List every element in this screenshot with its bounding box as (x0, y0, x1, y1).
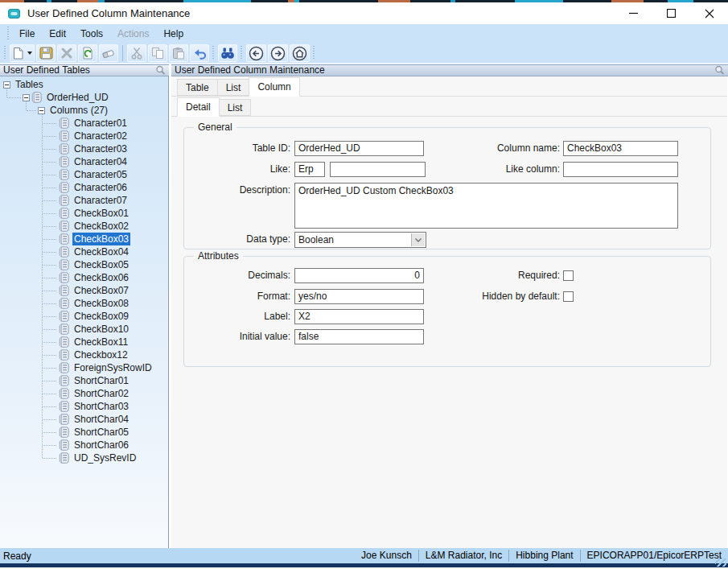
required-checkbox[interactable] (563, 270, 574, 281)
tree-item-ud-sysrevid[interactable]: UD_SysRevID (0, 451, 168, 464)
column-doc-icon (59, 195, 69, 206)
initial-value-field[interactable]: false (294, 329, 424, 344)
close-button[interactable] (690, 2, 728, 24)
menu-edit[interactable]: Edit (42, 24, 73, 43)
column-doc-icon (59, 182, 69, 193)
column-doc-icon (59, 349, 69, 361)
data-type-select[interactable]: Boolean (294, 232, 426, 248)
home-button[interactable] (290, 44, 310, 62)
panel-headers: User Defined Tables User Defined Column … (0, 64, 728, 76)
column-doc-icon (31, 92, 42, 103)
tree-item-checkbox10[interactable]: CheckBox10 (0, 323, 168, 336)
tab-column[interactable]: Column (249, 77, 299, 97)
new-button[interactable] (10, 44, 35, 62)
tree-item-character06[interactable]: Character06 (0, 181, 168, 194)
tree-item-label: ShortChar06 (72, 439, 130, 451)
tree-item-checkbox07[interactable]: CheckBox07 (0, 284, 168, 297)
save-button[interactable] (36, 44, 56, 62)
tree-item-label: Columns (27) (48, 104, 109, 117)
hidden-by-default-checkbox[interactable] (563, 291, 574, 302)
like-prefix-field[interactable]: Erp (294, 162, 325, 177)
tree-item-label: CheckBox04 (72, 245, 130, 258)
maximize-button[interactable] (652, 2, 690, 24)
new-dropdown-arrow-icon[interactable] (27, 52, 32, 55)
toolbar-grip-handle[interactable] (240, 46, 244, 60)
undo-button[interactable] (190, 44, 209, 62)
tree-item-shortchar01[interactable]: ShortChar01 (0, 374, 168, 387)
menu-tools[interactable]: Tools (73, 24, 110, 43)
label-field[interactable]: X2 (294, 309, 424, 324)
column-doc-icon (59, 336, 69, 348)
tree-item-checkbox03[interactable]: CheckBox03 (0, 233, 168, 245)
menu-help[interactable]: Help (156, 24, 191, 43)
tree-item-checkbox08[interactable]: CheckBox08 (0, 297, 168, 310)
column-maintenance-panel: TableListColumn DetailList General Table… (171, 76, 727, 548)
like-field[interactable] (330, 162, 426, 177)
column-doc-icon (59, 362, 69, 373)
tree-item-shortchar04[interactable]: ShortChar04 (0, 413, 168, 426)
tree-item-label: Character06 (72, 181, 129, 194)
tree-item-character01[interactable]: Character01 (0, 117, 168, 130)
tree-item-orderhed-ud[interactable]: OrderHed_UD (0, 91, 168, 104)
collapse-icon[interactable] (38, 107, 45, 114)
tab-table[interactable]: Table (177, 79, 218, 96)
tree-item-shortchar03[interactable]: ShortChar03 (0, 400, 168, 413)
tree-item-character03[interactable]: Character03 (0, 142, 168, 155)
tab-list[interactable]: List (217, 79, 250, 96)
tree-item-label: CheckBox07 (72, 284, 130, 297)
pin-search-icon[interactable] (155, 65, 166, 76)
tree-item-shortchar06[interactable]: ShortChar06 (0, 439, 168, 451)
tree-item-label: ShortChar04 (72, 413, 130, 426)
tree-item-checkbox04[interactable]: CheckBox04 (0, 245, 168, 258)
menu-grip-handle[interactable] (6, 27, 10, 41)
find-button[interactable] (218, 44, 237, 62)
tree-item-character02[interactable]: Character02 (0, 130, 168, 142)
subtab-detail[interactable]: Detail (177, 97, 220, 117)
tree-item-checkbox05[interactable]: CheckBox05 (0, 258, 168, 271)
refresh-button[interactable] (78, 44, 97, 62)
column-name-field[interactable]: CheckBox03 (563, 141, 678, 156)
tree-item-shortchar02[interactable]: ShortChar02 (0, 387, 168, 400)
app-window: User Defined Column Maintenance FileEdit… (0, 0, 728, 569)
toolbar-grip-handle[interactable] (212, 46, 216, 60)
menu-file[interactable]: File (12, 24, 42, 43)
back-button[interactable] (246, 44, 266, 62)
tree-item-shortchar05[interactable]: ShortChar05 (0, 426, 168, 439)
new-icon (12, 47, 24, 60)
toolbar-grip-handle[interactable] (3, 46, 7, 60)
data-type-value: Boolean (298, 234, 334, 245)
tree-item-checkbox12[interactable]: Checkbox12 (0, 348, 168, 361)
column-doc-icon (59, 311, 69, 322)
collapse-icon[interactable] (3, 81, 10, 89)
tree-item-character07[interactable]: Character07 (0, 194, 168, 207)
tree-item-tables[interactable]: Tables (0, 78, 168, 91)
minimize-button[interactable] (615, 2, 652, 24)
tree-item-checkbox06[interactable]: CheckBox06 (0, 271, 168, 284)
pin-search-icon[interactable] (714, 65, 725, 76)
like-column-field[interactable] (563, 162, 678, 177)
table-id-field[interactable]: OrderHed_UD (294, 141, 424, 156)
tree-item-character05[interactable]: Character05 (0, 168, 168, 181)
collapse-icon[interactable] (23, 94, 30, 101)
subtab-list[interactable]: List (219, 99, 252, 116)
paste-icon (172, 47, 185, 60)
description-field[interactable]: OrderHed_UD Custom CheckBox03 (294, 183, 678, 229)
dropdown-button[interactable] (411, 233, 425, 246)
tree-item-checkbox02[interactable]: CheckBox02 (0, 220, 168, 233)
label-label: Label: (184, 309, 290, 324)
hidden-by-default-label: Hidden by default: (454, 289, 560, 304)
right-panel-header: User Defined Column Maintenance (171, 64, 728, 76)
resize-grip[interactable] (715, 559, 726, 567)
format-field[interactable]: yes/no (294, 289, 424, 304)
tree-item-checkbox09[interactable]: CheckBox09 (0, 310, 168, 323)
toolbar-grip-handle[interactable] (312, 46, 316, 60)
tree-item-character04[interactable]: Character04 (0, 155, 168, 168)
general-legend: General (194, 122, 236, 134)
tree-item-checkbox01[interactable]: CheckBox01 (0, 207, 168, 220)
clear-button[interactable] (99, 44, 118, 62)
tree-item-columns-27-[interactable]: Columns (27) (0, 104, 168, 117)
tree-item-foreignsysrowid[interactable]: ForeignSysRowID (0, 361, 168, 374)
tree-item-checkbox11[interactable]: CheckBox11 (0, 336, 168, 348)
decimals-field[interactable]: 0 (294, 268, 424, 283)
forward-button[interactable] (268, 44, 288, 62)
